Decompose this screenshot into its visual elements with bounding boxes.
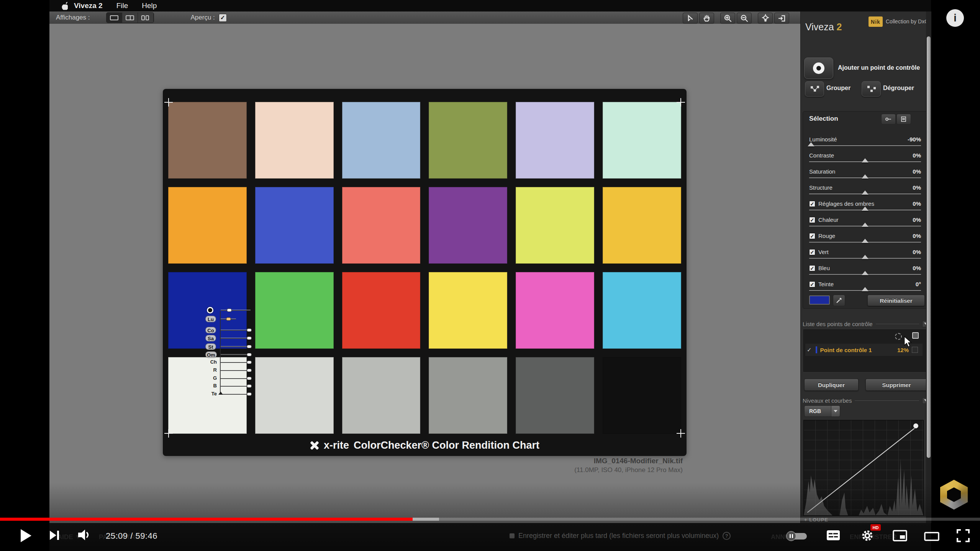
slider-thumb[interactable] [862, 158, 869, 162]
ch-handle[interactable] [247, 361, 252, 364]
menu-item-file[interactable]: File [116, 2, 128, 10]
subtitles-button[interactable] [826, 530, 841, 541]
delete-button[interactable]: Supprimer [865, 379, 928, 391]
video-info-button[interactable]: i [946, 9, 964, 27]
selected-color-swatch[interactable] [809, 295, 830, 305]
om-handle[interactable] [247, 353, 252, 356]
r-handle[interactable] [247, 369, 252, 372]
select-tool-button[interactable] [683, 13, 698, 24]
saturation-mini-slider: Sa [205, 335, 256, 342]
point-visibility-icon[interactable] [895, 333, 902, 340]
zoom-out-button[interactable] [737, 13, 752, 24]
lu-label: Lu [205, 316, 216, 322]
lightbulb-button[interactable] [758, 13, 773, 24]
settings-gear-button[interactable] [860, 529, 874, 543]
collapse-triangle-icon[interactable] [218, 392, 223, 395]
slider-checkbox[interactable]: ✓ [809, 233, 815, 239]
sa-handle[interactable] [247, 336, 252, 340]
export-button[interactable] [774, 13, 789, 24]
r-track[interactable] [221, 370, 251, 371]
view-split-button[interactable] [122, 13, 138, 23]
crop-handle-topleft[interactable] [164, 98, 173, 107]
point-mask-checkbox[interactable] [912, 347, 918, 353]
next-button[interactable] [50, 531, 60, 540]
slider-checkbox[interactable]: ✓ [809, 265, 815, 271]
curve-endpoint-handle[interactable] [913, 423, 918, 428]
ch-track[interactable] [221, 362, 251, 363]
slider-thumb[interactable] [862, 174, 869, 179]
slider-value: 0% [913, 216, 921, 223]
pan-tool-button[interactable] [699, 13, 714, 24]
patch-yellow [429, 272, 507, 349]
b-handle[interactable] [247, 384, 252, 388]
view-sidebyside-button[interactable] [138, 13, 154, 23]
size-slider-track[interactable] [221, 310, 251, 311]
om-track[interactable] [221, 354, 251, 355]
macos-menu-bar: Viveza 2 File Help [49, 0, 931, 11]
channel-select[interactable]: RGB [804, 405, 840, 417]
crop-handle-topright[interactable] [677, 98, 685, 107]
slider-value: 0% [913, 233, 921, 239]
slider-thumb[interactable] [862, 190, 869, 195]
slider-checkbox[interactable]: ✓ [809, 249, 815, 255]
ungroup-button[interactable] [862, 81, 881, 97]
slider-thumb[interactable] [862, 207, 869, 211]
slider-thumb[interactable] [862, 271, 869, 275]
slider-checkbox[interactable]: ✓ [809, 217, 815, 223]
eyedropper-button[interactable] [833, 295, 845, 306]
autoplay-toggle[interactable] [786, 530, 814, 542]
b-track[interactable] [221, 386, 251, 387]
size-slider-handle[interactable] [227, 308, 232, 312]
slider-thumb[interactable] [808, 142, 814, 146]
lu-handle[interactable] [226, 317, 231, 321]
show-sliders-toggle[interactable] [896, 114, 911, 125]
control-point-marker[interactable] [207, 307, 213, 313]
st-track[interactable] [221, 346, 251, 347]
control-point-size-row [205, 307, 256, 314]
file-meta: (11.0MP, ISO 40, iPhone 12 Pro Max) [490, 466, 683, 474]
show-points-toggle[interactable] [881, 114, 896, 125]
apple-menu-icon[interactable] [61, 2, 68, 10]
play-button[interactable] [21, 529, 31, 542]
menu-item-help[interactable]: Help [142, 2, 157, 10]
slider-thumb[interactable] [862, 223, 869, 227]
theater-mode-button[interactable] [924, 532, 939, 541]
panel-scrollbar-thumb[interactable] [927, 36, 931, 458]
st-handle[interactable] [247, 345, 252, 348]
g-handle[interactable] [247, 377, 252, 380]
fullscreen-button[interactable] [956, 529, 970, 543]
reset-button[interactable]: Réinitialiser [867, 295, 925, 306]
patch-light-skin [255, 102, 334, 179]
group-button[interactable] [805, 81, 824, 97]
mask-view-icon[interactable] [912, 332, 919, 339]
slider-contraste: Contraste 0% [809, 152, 921, 167]
slider-track[interactable] [809, 145, 921, 146]
co-track[interactable] [221, 330, 251, 331]
slider-checkbox[interactable]: ✓ [809, 201, 815, 207]
progress-bar[interactable] [0, 518, 980, 521]
te-handle[interactable] [247, 392, 252, 396]
volume-button[interactable] [78, 529, 91, 541]
point-enabled-check[interactable]: ✓ [807, 346, 812, 353]
slider-thumb[interactable] [862, 287, 869, 291]
te-track[interactable] [221, 394, 251, 395]
colorchecker-chart: x-rite ColorChecker® Color Rendition Cha… [163, 89, 687, 456]
duplicate-button[interactable]: Dupliquer [804, 379, 859, 391]
slider-checkbox[interactable]: ✓ [809, 281, 815, 287]
preview-checkbox[interactable]: ✓ [219, 14, 227, 22]
view-single-button[interactable] [107, 13, 122, 23]
miniplayer-button[interactable] [893, 530, 907, 541]
menu-app-name[interactable]: Viveza 2 [74, 2, 103, 10]
slider-thumb[interactable] [862, 255, 869, 259]
slider-thumb[interactable] [862, 239, 869, 243]
slider-label: ✓Bleu [809, 265, 830, 271]
patch-orange-yellow [603, 187, 681, 264]
st-label: St [205, 343, 216, 350]
zoom-in-button[interactable] [720, 13, 735, 24]
add-control-point-button[interactable] [804, 57, 833, 79]
export-icon [778, 14, 786, 23]
sa-track[interactable] [221, 338, 251, 339]
g-track[interactable] [221, 378, 251, 379]
co-handle[interactable] [247, 328, 252, 332]
selection-title: Sélection [809, 115, 838, 123]
